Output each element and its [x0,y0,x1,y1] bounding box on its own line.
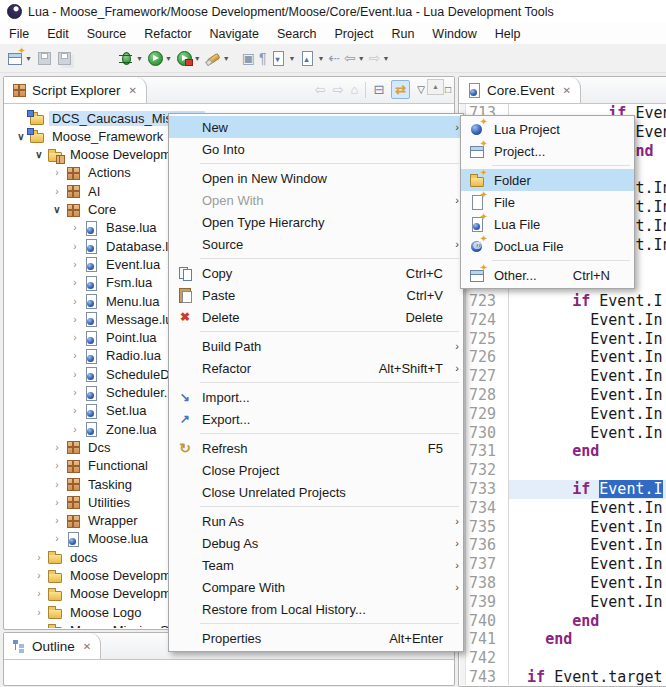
toolbar-button-debug[interactable]: ▼ [116,46,145,70]
menu-item-refresh[interactable]: ↻RefreshF5 [169,437,463,459]
menu-item-import[interactable]: ↘Import... [169,386,463,408]
menu-item-open-with[interactable]: Open With› [169,189,463,211]
chevron-collapsed-icon[interactable]: › [31,625,47,628]
chevron-collapsed-icon[interactable]: › [31,607,47,618]
dropdown-arrow-icon[interactable]: ▼ [25,55,32,62]
menu-item-doclua-file[interactable]: @✦DocLua File [461,235,634,257]
menu-item-close-unrelated-projects[interactable]: Close Unrelated Projects [169,481,463,503]
tab-core-event[interactable]: Core.Event ✕ [459,77,581,103]
menu-item-folder[interactable]: ✦Folder [461,169,634,191]
menu-item-close-project[interactable]: Close Project [169,459,463,481]
chevron-collapsed-icon[interactable]: › [67,296,83,307]
menu-item-open-type-hierarchy[interactable]: Open Type Hierarchy [169,211,463,233]
toolbar-button-show-whitespace[interactable]: ¶ [257,46,269,70]
maximize-icon[interactable]: □ [445,85,451,95]
close-icon[interactable]: ✕ [83,641,91,652]
menu-item-open-in-new-window[interactable]: Open in New Window [169,167,463,189]
menu-navigate[interactable]: Navigate [201,25,268,43]
chevron-collapsed-icon[interactable]: › [49,442,65,453]
dropdown-arrow-icon[interactable]: ▼ [194,55,201,62]
chevron-collapsed-icon[interactable]: › [49,515,65,526]
toolbar-button-new-wizard[interactable]: ✦▼ [5,46,34,70]
menu-edit[interactable]: Edit [38,25,78,43]
menu-search[interactable]: Search [268,25,326,43]
menu-project[interactable]: Project [326,25,383,43]
toolbar-button-mark-occurrences[interactable]: ▣ [240,46,257,70]
link-with-editor-icon[interactable]: ⇄ [391,80,410,99]
toolbar-button-last-edit-location[interactable]: ⇠ [326,46,342,70]
chevron-collapsed-icon[interactable]: › [49,186,65,197]
menu-item-refactor[interactable]: RefactorAlt+Shift+T› [169,357,463,379]
menu-item-team[interactable]: Team› [169,554,463,576]
menu-item-compare-with[interactable]: Compare With› [169,576,463,598]
menu-item-file[interactable]: ✦File [461,191,634,213]
menu-run[interactable]: Run [382,25,423,43]
menu-item-project[interactable]: ✦Project... [461,140,634,162]
forward-icon[interactable]: ⇨ [333,83,344,96]
toolbar-button-next-annotation[interactable]: ▾▼ [268,46,297,70]
dropdown-arrow-icon[interactable]: ▼ [288,55,295,62]
menu-help[interactable]: Help [486,25,530,43]
dropdown-arrow-icon[interactable]: ▼ [317,55,324,62]
dropdown-arrow-icon[interactable]: ▼ [223,55,230,62]
chevron-collapsed-icon[interactable]: › [67,424,83,435]
menu-item-run-as[interactable]: Run As› [169,510,463,532]
chevron-collapsed-icon[interactable]: › [67,405,83,416]
menu-refactor[interactable]: Refactor [135,25,200,43]
chevron-collapsed-icon[interactable]: › [67,314,83,325]
toolbar-button-save-all[interactable] [54,46,74,70]
menu-item-paste[interactable]: PasteCtrl+V [169,284,463,306]
chevron-collapsed-icon[interactable]: › [49,167,65,178]
dropdown-arrow-icon[interactable]: ▼ [358,55,365,62]
menu-item-delete[interactable]: ✖DeleteDelete [169,306,463,328]
chevron-collapsed-icon[interactable]: › [49,497,65,508]
chevron-expanded-icon[interactable]: ∨ [31,149,47,160]
chevron-collapsed-icon[interactable]: › [31,552,47,563]
chevron-collapsed-icon[interactable]: › [31,588,47,599]
menu-item-debug-as[interactable]: Debug As› [169,532,463,554]
collapse-all-icon[interactable]: ⊟ [373,83,384,96]
chevron-collapsed-icon[interactable]: › [67,222,83,233]
chevron-collapsed-icon[interactable]: › [67,277,83,288]
chevron-collapsed-icon[interactable]: › [31,570,47,581]
tab-script-explorer[interactable]: Script Explorer ✕ [4,77,147,103]
menu-source[interactable]: Source [78,25,136,43]
menu-item-new[interactable]: New› [169,116,463,138]
toolbar-button-back[interactable]: ⇦▼ [342,46,367,70]
go-up-icon[interactable]: ⌂ [351,83,359,96]
toolbar-button-run[interactable]: ▼ [145,46,174,70]
tab-outline[interactable]: Outline ✕ [4,633,101,659]
dropdown-arrow-icon[interactable]: ▼ [382,55,389,62]
toolbar-button-previous-annotation[interactable]: ▴▼ [297,46,326,70]
menu-item-build-path[interactable]: Build Path› [169,335,463,357]
menu-item-properties[interactable]: PropertiesAlt+Enter [169,627,463,649]
toolbar-button-forward[interactable]: ⇨▼ [367,46,392,70]
toolbar-button-run-coverage[interactable]: ▼ [174,46,203,70]
menu-item-source[interactable]: Source› [169,233,463,255]
menu-item-lua-file[interactable]: ✦Lua File [461,213,634,235]
menu-file[interactable]: File [0,25,38,43]
chevron-collapsed-icon[interactable]: › [67,332,83,343]
dropdown-arrow-icon[interactable]: ▼ [165,55,172,62]
chevron-collapsed-icon[interactable]: › [49,479,65,490]
close-icon[interactable]: ✕ [129,85,137,96]
scrollbar-up-icon[interactable]: ▲ [427,79,444,95]
back-icon[interactable]: ⇦ [315,83,326,96]
menu-item-export[interactable]: ↗Export... [169,408,463,430]
toolbar-button-save[interactable] [34,46,54,70]
chevron-collapsed-icon[interactable]: › [49,533,65,544]
menu-item-restore-from-local-history[interactable]: Restore from Local History... [169,598,463,620]
toolbar-button-external-tools[interactable]: ▼ [203,46,232,70]
menu-window[interactable]: Window [423,25,485,43]
menu-item-lua-project[interactable]: ✦Lua Project [461,118,634,140]
dropdown-arrow-icon[interactable]: ▼ [136,55,143,62]
chevron-collapsed-icon[interactable]: › [67,369,83,380]
chevron-collapsed-icon[interactable]: › [67,241,83,252]
chevron-expanded-icon[interactable]: ∨ [49,204,65,215]
chevron-collapsed-icon[interactable]: › [49,460,65,471]
chevron-collapsed-icon[interactable]: › [67,350,83,361]
close-icon[interactable]: ✕ [563,85,571,96]
menu-item-other[interactable]: ✦Other...Ctrl+N [461,264,634,286]
chevron-collapsed-icon[interactable]: › [67,259,83,270]
chevron-collapsed-icon[interactable]: › [67,387,83,398]
